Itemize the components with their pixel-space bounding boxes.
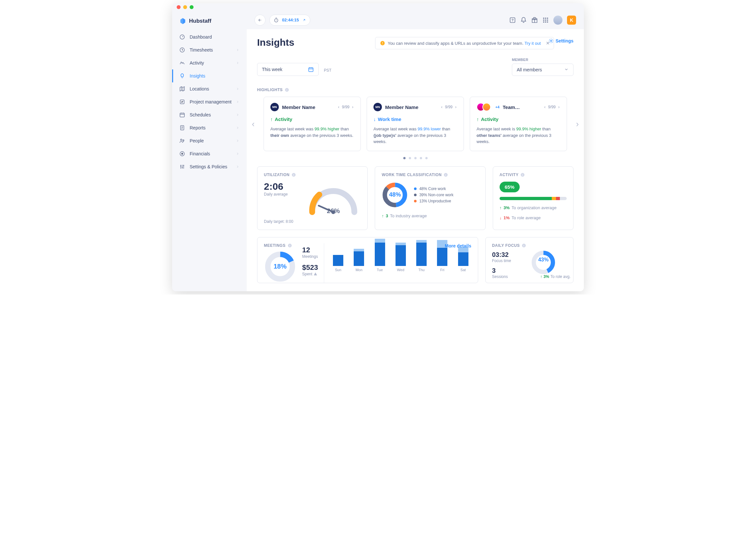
utilization-panel: UTILIZATIONi 2:06 Daily average Daily ta… [257, 166, 368, 230]
svg-rect-20 [543, 21, 544, 22]
meeting-stat: $523Spent [302, 264, 318, 276]
wtc-legend: 48% Core work39% Non-core work13% Unprod… [414, 185, 453, 205]
chevron-right-icon[interactable]: › [352, 104, 354, 110]
nav-icon [179, 112, 185, 118]
nav-item-financials[interactable]: Financials [172, 147, 247, 160]
chevron-left-icon[interactable]: ‹ [544, 104, 546, 110]
help-icon[interactable]: ? [509, 17, 516, 23]
nav-item-schedules[interactable]: Schedules [172, 108, 247, 121]
member-badge: MN [374, 103, 382, 111]
nav-item-insights[interactable]: Insights [172, 69, 247, 82]
nav-item-dashboard[interactable]: Dashboard [172, 31, 247, 43]
chevron-right-icon[interactable]: › [454, 104, 457, 110]
topbar: 02:44:15 ? K [247, 11, 584, 29]
settings-link[interactable]: Settings [549, 38, 574, 43]
wtc-compare: ↑3 To industry average [381, 214, 478, 218]
bar [354, 249, 364, 266]
wtc-donut-center: 48% [381, 182, 408, 208]
bar-column: Tue [372, 239, 388, 272]
nav-item-locations[interactable]: Locations [172, 82, 247, 95]
activity-pill: 65% [500, 182, 520, 192]
highlight-description: Average last week was 99.9% higher than … [270, 126, 354, 139]
nav-item-people[interactable]: People [172, 134, 247, 147]
highlight-pager: ‹9/99› [544, 104, 560, 110]
nav-icon [179, 34, 185, 40]
highlights-prev-button[interactable]: ‹ [249, 119, 257, 129]
meetings-donut-chart: 18% [264, 251, 296, 283]
info-icon[interactable]: i [291, 173, 296, 177]
bar-column: Mon [351, 249, 367, 272]
window-close-dot[interactable] [177, 5, 180, 9]
date-range-picker[interactable]: This week [257, 63, 319, 76]
user-avatar[interactable] [553, 16, 563, 25]
nav-item-project-management[interactable]: Project management [172, 95, 247, 108]
panel-title: ACTIVITY [500, 173, 519, 177]
dot[interactable] [409, 157, 411, 159]
user-badge[interactable]: K [567, 16, 576, 25]
brand-name: Hubstaff [189, 18, 211, 24]
bar [333, 255, 343, 266]
info-icon[interactable]: i [522, 243, 526, 248]
svg-rect-19 [547, 19, 548, 20]
info-icon[interactable]: i [288, 243, 292, 248]
highlight-pager: ‹9/99› [440, 104, 457, 110]
member-select-value: All members [517, 67, 542, 72]
work-time-classification-panel: WORK TIME CLASSIFICATIONi 48% 48% Co [375, 166, 485, 230]
dot[interactable] [414, 157, 416, 159]
info-icon[interactable]: i [520, 173, 525, 177]
svg-text:i: i [289, 244, 290, 247]
notice-link[interactable]: Try it out [525, 41, 541, 46]
highlights-section-label: HIGHLIGHTS i [257, 88, 574, 92]
nav-icon [179, 125, 185, 131]
gift-icon[interactable] [531, 17, 538, 23]
member-select[interactable]: All members [512, 64, 574, 76]
utilization-target: Daily target: 8:00 [264, 219, 293, 224]
activity-compare: ↓1%To role average [500, 215, 567, 220]
svg-text:i: i [445, 173, 446, 176]
highlight-metric: ↑Activity [477, 117, 560, 122]
timer-widget[interactable]: 02:44:15 [269, 15, 310, 26]
bar-column: Wed [392, 243, 409, 272]
dot[interactable] [420, 157, 422, 159]
member-filter-label: MEMBER [512, 58, 574, 62]
legend-item: 48% Core work [414, 187, 453, 191]
chevron-left-icon[interactable]: ‹ [338, 104, 340, 110]
chevron-right-icon [236, 113, 240, 117]
bell-icon[interactable] [520, 17, 527, 23]
chevron-right-icon [236, 48, 240, 52]
page-title: Insights [257, 37, 294, 48]
svg-point-5 [180, 139, 182, 141]
nav-item-reports[interactable]: Reports [172, 121, 247, 134]
panel-title: UTILIZATION [264, 173, 290, 177]
timer-value: 02:44:15 [282, 18, 299, 22]
legend-item: 13% Unproductive [414, 199, 453, 203]
window-maximize-dot[interactable] [190, 5, 193, 9]
focus-time-label: Focus time [492, 259, 527, 263]
panel-title: MEETINGS [264, 243, 286, 248]
highlight-description: Average last week is 99.9% higher than o… [477, 126, 560, 145]
meetings-more-details-link[interactable]: More details [445, 243, 471, 249]
window-minimize-dot[interactable] [183, 5, 187, 9]
nav-icon [179, 151, 185, 157]
focus-time-value: 03:32 [492, 251, 527, 259]
apps-grid-icon[interactable] [542, 17, 549, 23]
chevron-left-icon[interactable]: ‹ [440, 104, 443, 110]
meetings-panel: More details MEETINGSi 18% 12M [257, 237, 478, 283]
chevron-right-icon[interactable]: › [558, 104, 560, 110]
bar [458, 247, 468, 266]
nav-item-settings-policies[interactable]: Settings & Policies [172, 160, 247, 173]
highlight-title: Member Name [385, 105, 437, 110]
nav-item-timesheets[interactable]: Timesheets [172, 43, 247, 56]
back-button[interactable] [254, 15, 266, 26]
highlights-next-button[interactable]: › [574, 119, 581, 129]
dot[interactable] [403, 157, 405, 159]
dot[interactable] [425, 157, 427, 159]
info-icon[interactable]: i [285, 88, 289, 92]
highlight-metric: ↓Work time [374, 117, 457, 122]
bar-column: Sat [455, 247, 471, 272]
nav-icon [179, 60, 185, 66]
info-icon[interactable]: i [443, 173, 448, 177]
highlight-metric: ↑Activity [270, 117, 354, 122]
info-warning-icon [380, 41, 385, 46]
nav-item-activity[interactable]: Activity [172, 56, 247, 69]
